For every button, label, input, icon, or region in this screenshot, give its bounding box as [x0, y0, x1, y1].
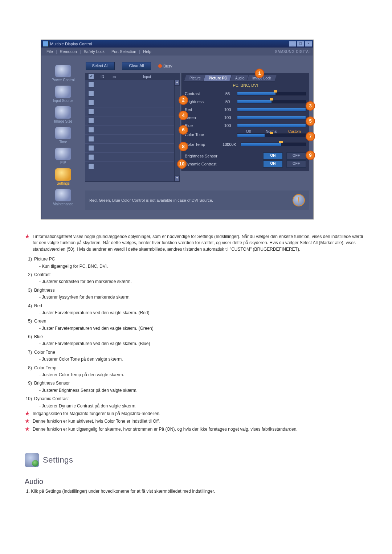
row-checkbox[interactable]	[88, 154, 94, 160]
sidebar-item-image-size[interactable]: Image Size	[46, 106, 81, 125]
app-icon	[43, 41, 49, 47]
scroll-up-icon[interactable]: ▲	[175, 80, 180, 86]
sidebar-item-maintenance[interactable]: Maintenance	[46, 188, 81, 208]
dynamic-contrast-off[interactable]: OFF	[286, 160, 306, 168]
callout-6: 6	[179, 125, 188, 135]
brand-label: SAMSUNG DIGITAll	[275, 50, 311, 54]
value-brightness: 50	[220, 99, 235, 104]
dynamic-contrast-on[interactable]: ON	[263, 160, 283, 168]
tabs: Picture Picture PC Audio Image Lock	[185, 75, 306, 82]
titlebar: Multiple Display Control _ □ ×	[41, 40, 313, 48]
input-source-icon	[55, 86, 71, 98]
callout-8: 8	[179, 142, 188, 151]
slider-contrast[interactable]	[237, 92, 306, 95]
menu-file[interactable]: File	[44, 49, 56, 54]
sidebar-item-input-source[interactable]: Input Source	[46, 85, 81, 104]
label-blue: Blue	[185, 123, 218, 128]
slider-red[interactable]	[237, 108, 306, 111]
table-row[interactable]	[85, 89, 180, 98]
power-icon	[55, 65, 71, 77]
row-checkbox[interactable]	[88, 109, 94, 115]
menu-safety-lock[interactable]: Safety Lock	[81, 49, 107, 54]
brightness-sensor-on[interactable]: ON	[263, 152, 283, 160]
callout-1: 1	[255, 69, 264, 78]
menu-remocon[interactable]: Remocon	[57, 49, 80, 54]
label-dynamic-contrast: Dynamic Contrast	[185, 162, 232, 166]
sidebar-item-pip[interactable]: PIP	[46, 147, 81, 166]
label-contrast: Contrast	[185, 91, 218, 96]
col-input: Input	[120, 75, 174, 79]
col-id: ID	[97, 75, 108, 79]
callout-9: 9	[306, 151, 315, 160]
star-icon: ★	[25, 411, 30, 417]
settings-panel: Picture Picture PC Audio Image Lock PC, …	[181, 73, 309, 171]
value-red: 100	[220, 107, 235, 112]
row-checkbox[interactable]	[88, 82, 94, 87]
table-row[interactable]	[85, 152, 180, 161]
settings-icon	[55, 168, 71, 181]
slider-green[interactable]	[237, 116, 306, 119]
table-row[interactable]	[85, 125, 180, 134]
brightness-sensor-off[interactable]: OFF	[286, 152, 306, 160]
star-icon: ★	[25, 418, 30, 424]
label-brightness-sensor: Brightness Sensor	[185, 154, 232, 158]
label-brightness: Brightness	[185, 99, 218, 104]
sidebar: Power Control Input Source Image Size Ti…	[41, 62, 85, 210]
sidebar-item-settings[interactable]: Settings	[46, 168, 81, 187]
table-row[interactable]	[85, 143, 180, 152]
menu-help[interactable]: Help	[140, 49, 154, 54]
star-icon: ★	[25, 234, 30, 253]
numbered-list: 1)Picture PC - Kun tilgængelig for PC, B…	[25, 256, 367, 409]
maintenance-icon	[55, 189, 71, 201]
select-all-button[interactable]: Select All	[86, 62, 115, 70]
row-checkbox[interactable]	[88, 136, 94, 142]
clear-all-button[interactable]: Clear All	[122, 62, 151, 70]
slider-color-tone[interactable]	[237, 134, 306, 137]
sidebar-item-time[interactable]: Time	[46, 126, 81, 145]
intro-note: ★ I informationsgitteret vises nogle gru…	[25, 234, 367, 253]
table-row[interactable]	[85, 80, 180, 89]
subheading-audio: Audio	[25, 477, 367, 486]
row-checkbox[interactable]	[88, 91, 94, 97]
settings-section-icon	[25, 453, 39, 467]
row-checkbox[interactable]	[88, 163, 94, 169]
value-contrast: 56	[220, 91, 235, 96]
header-checkbox[interactable]	[88, 74, 94, 79]
grid-body: ▲ ▼	[85, 80, 180, 181]
maximize-button[interactable]: □	[297, 41, 304, 47]
callout-3: 3	[306, 101, 315, 111]
section-heading: Settings	[25, 453, 367, 467]
row-checkbox[interactable]	[88, 145, 94, 151]
callout-2: 2	[179, 95, 188, 105]
value-green: 100	[220, 115, 235, 120]
table-row[interactable]	[85, 161, 180, 171]
table-row[interactable]	[85, 107, 180, 116]
callout-4: 4	[179, 111, 188, 120]
table-row[interactable]	[85, 134, 180, 143]
image-size-icon	[55, 106, 71, 119]
label-color-temp: Color Temp	[185, 142, 218, 147]
table-row[interactable]	[85, 98, 180, 107]
slider-color-temp[interactable]	[241, 143, 306, 146]
label-red: Red	[185, 107, 218, 112]
row-checkbox[interactable]	[88, 127, 94, 133]
section-title: Settings	[43, 455, 73, 465]
menu-port-selection[interactable]: Port Selection	[109, 49, 139, 54]
app-window: Multiple Display Control _ □ × File| Rem…	[41, 40, 313, 219]
scroll-down-icon[interactable]: ▼	[175, 176, 180, 181]
tab-picture-pc[interactable]: Picture PC	[203, 75, 233, 82]
callout-10: 10	[177, 159, 187, 169]
table-row[interactable]	[85, 116, 180, 125]
info-grid: ID ▭ Input	[85, 73, 180, 182]
slider-blue[interactable]	[237, 124, 306, 127]
busy-indicator: Busy	[158, 64, 172, 68]
slider-brightness[interactable]	[237, 100, 306, 103]
note-3: ★Denne funktion er kun tilgængelig for s…	[25, 426, 367, 432]
row-checkbox[interactable]	[88, 118, 94, 124]
row-checkbox[interactable]	[88, 100, 94, 106]
close-button[interactable]: ×	[305, 41, 312, 47]
pip-icon	[55, 148, 71, 160]
minimize-button[interactable]: _	[289, 41, 296, 47]
label-green: Green	[185, 115, 218, 120]
sidebar-item-power-control[interactable]: Power Control	[46, 64, 81, 83]
